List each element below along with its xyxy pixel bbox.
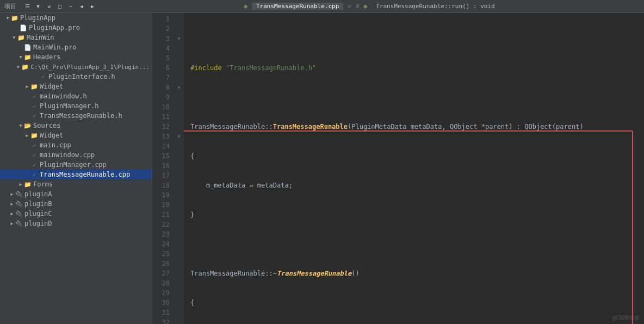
tree-widget-sources[interactable]: ▶ 📁 Widget — [0, 130, 152, 140]
pluginb-icon: 🔌 — [15, 200, 23, 208]
pro-spacer — [13, 24, 20, 31]
tmcpp-check-icon: ✓ — [30, 171, 38, 178]
mwcpp-spacer — [24, 152, 30, 158]
main-layout: ▼ 📁 PluginApp 📄 PluginApp.pro ▼ 📁 MainWi… — [0, 13, 644, 324]
plugina-icon: 🔌 — [15, 190, 23, 198]
headers-arrow: ▼ — [17, 54, 24, 60]
mainwin-pro-label: MainWin.pro — [33, 43, 76, 51]
tmh-spacer — [24, 113, 30, 119]
expand-icon[interactable]: □ — [55, 2, 64, 11]
tree-plugina[interactable]: ▶ 🔌 pluginA — [0, 189, 152, 199]
tmcpp-spacer — [24, 171, 30, 178]
tree-qt-path[interactable]: ▼ 📁 C:\Qt_Pro\PluginApp_3_1\Plugin... — [0, 62, 152, 72]
line-numbers: 1 2 3 4 5 6 7 8 9 10 11 12 13 14 15 16 1 — [152, 13, 174, 324]
title-bar: 项目 ☰ ▼ ⇄ □ ⋯ ◀ ▶ ● TransMessageRunable.c… — [0, 0, 644, 13]
line-2 — [190, 92, 644, 102]
filter-icon[interactable]: ▼ — [34, 2, 42, 11]
close-tab-icon[interactable]: ✕ — [348, 3, 351, 10]
more-icon[interactable]: ⋯ — [66, 2, 75, 11]
project-label: 项目 — [4, 2, 16, 10]
tree-sources[interactable]: ▼ 📂 Sources — [0, 121, 152, 130]
tree-widget-headers[interactable]: ▶ 📁 Widget — [0, 82, 152, 91]
pluginc-arrow: ▶ — [9, 210, 15, 217]
root-folder-icon: 📁 — [11, 14, 18, 22]
project-menu[interactable]: 项目 — [0, 0, 21, 13]
forward-icon[interactable]: ▶ — [88, 2, 97, 11]
line-8: TransMessageRunable::~TransMessageRunabl… — [190, 269, 644, 278]
line-6: } — [190, 210, 644, 220]
line-1: #include "TransMessageRunable.h" — [190, 63, 644, 73]
qtpath-label: C:\Qt_Pro\PluginApp_3_1\Plugin... — [30, 64, 150, 71]
line-4: { — [190, 151, 644, 161]
pi-spacer — [33, 73, 39, 80]
plugind-icon: 🔌 — [15, 220, 23, 227]
plugina-label: pluginA — [24, 190, 52, 198]
fold-destructor[interactable]: ▼ — [174, 83, 184, 92]
project-tree[interactable]: ▼ 📁 PluginApp 📄 PluginApp.pro ▼ 📁 MainWi… — [0, 13, 152, 324]
tree-mainwin-pro[interactable]: 📄 MainWin.pro — [0, 42, 152, 52]
sources-arrow: ▼ — [17, 122, 24, 129]
tree-mainwin[interactable]: ▼ 📁 MainWin — [0, 33, 152, 42]
tree-transmessage-h[interactable]: ✓ TransMessageRunable.h — [0, 111, 152, 121]
hash-icon: # — [356, 3, 360, 10]
pmcpp-label: PluginManager.cpp — [40, 161, 107, 169]
mwcpp-check-icon: ✓ — [30, 151, 38, 159]
line-7 — [190, 239, 644, 249]
pi-label: PluginInterface.h — [48, 73, 115, 80]
pluginb-label: pluginB — [24, 200, 52, 208]
back-icon[interactable]: ◀ — [77, 2, 86, 11]
line-5: m_metaData = metaData; — [190, 180, 644, 190]
plugind-label: pluginD — [24, 220, 52, 227]
code-editor[interactable]: 1 2 3 4 5 6 7 8 9 10 11 12 13 14 15 16 1 — [152, 13, 644, 324]
widget-headers-arrow: ▶ — [24, 83, 30, 90]
tmh-label: TransMessageRunable.h — [40, 112, 122, 120]
pmh-label: PluginManager.h — [40, 102, 98, 110]
mwh-spacer — [24, 93, 30, 99]
fold-constructor[interactable]: ▼ — [174, 34, 184, 43]
tree-main-cpp[interactable]: ✓ main.cpp — [0, 140, 152, 150]
mwh-check-icon: ✓ — [30, 92, 38, 100]
tree-forms[interactable]: ▶ 📁 Forms — [0, 179, 152, 189]
pmcpp-spacer — [24, 161, 30, 168]
sources-folder-icon: 📂 — [24, 122, 32, 129]
headers-folder-icon: 📁 — [24, 53, 32, 61]
main-cpp-label: main.cpp — [40, 141, 71, 149]
tree-headers[interactable]: ▼ 📁 Headers — [0, 52, 152, 62]
tree-plugininterface-h[interactable]: ✓ PluginInterface.h — [0, 72, 152, 82]
sources-label: Sources — [33, 122, 61, 129]
tree-pluginb[interactable]: ▶ 🔌 pluginB — [0, 199, 152, 209]
root-arrow: ▼ — [4, 15, 11, 21]
line-9: { — [190, 298, 644, 308]
tab-filename[interactable]: TransMessageRunable.cpp — [252, 3, 343, 10]
pmh-spacer — [24, 103, 30, 109]
tree-mainwindow-h[interactable]: ✓ mainwindow.h — [0, 91, 152, 101]
code-area[interactable]: 1 2 3 4 5 6 7 8 9 10 11 12 13 14 15 16 1 — [152, 13, 644, 324]
fold-run[interactable]: ▼ — [174, 132, 184, 141]
pro-label: PluginApp.pro — [29, 24, 80, 32]
tree-pluginmanager-h[interactable]: ✓ PluginManager.h — [0, 101, 152, 111]
tree-pluginc[interactable]: ▶ 🔌 pluginC — [0, 209, 152, 219]
link-icon[interactable]: ⇄ — [45, 2, 53, 11]
tree-plugind[interactable]: ▶ 🔌 pluginD — [0, 219, 152, 228]
mainwin-arrow: ▼ — [11, 34, 17, 41]
root-label: PluginApp — [20, 14, 55, 22]
tree-transmessage-cpp[interactable]: ✓ TransMessageRunable.cpp — [0, 170, 152, 179]
tree-pluginapp-pro[interactable]: 📄 PluginApp.pro — [0, 23, 152, 33]
plugina-arrow: ▶ — [9, 191, 15, 197]
mwcpp-label: mainwindow.cpp — [40, 151, 95, 159]
tree-root[interactable]: ▼ 📁 PluginApp — [0, 13, 152, 23]
tmcpp-label: TransMessageRunable.cpp — [40, 171, 130, 178]
tree-mainwindow-cpp[interactable]: ✓ mainwindow.cpp — [0, 150, 152, 160]
code-content[interactable]: #include "TransMessageRunable.h" TransMe… — [184, 13, 644, 324]
pi-check-icon: ✓ — [39, 73, 47, 80]
pluginc-label: pluginC — [24, 210, 52, 217]
pluginb-arrow: ▶ — [9, 201, 15, 207]
widget-sources-arrow: ▶ — [24, 132, 30, 139]
pmcpp-check-icon: ✓ — [30, 161, 38, 169]
watermark: @CSDN博客 — [612, 314, 640, 322]
tree-pluginmanager-cpp[interactable]: ✓ PluginManager.cpp — [0, 160, 152, 170]
menu-icon[interactable]: ☰ — [23, 2, 32, 11]
pro-icon: 📄 — [20, 24, 27, 32]
headers-label: Headers — [33, 53, 61, 61]
tmh-check-icon: ✓ — [30, 112, 38, 120]
